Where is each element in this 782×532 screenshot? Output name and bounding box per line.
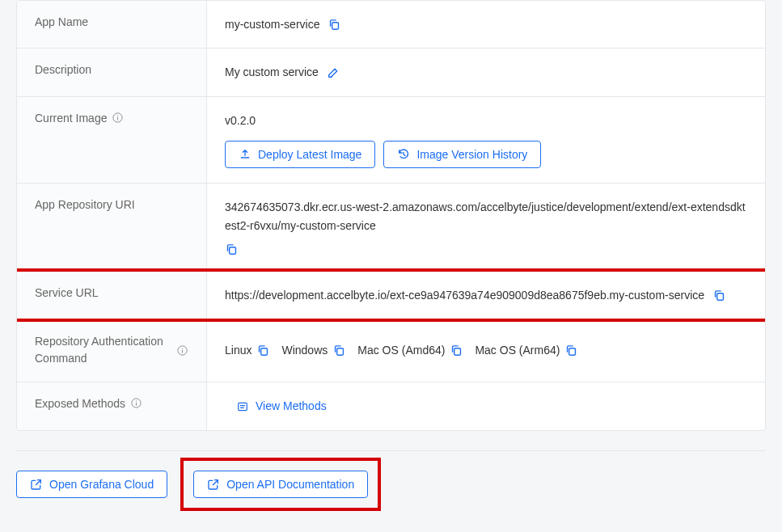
footer-actions: Open Grafana Cloud Open API Documentatio… xyxy=(16,450,766,522)
copy-icon xyxy=(450,344,463,357)
copy-mac-arm-button[interactable] xyxy=(564,344,578,357)
copy-icon xyxy=(328,18,341,32)
info-icon[interactable] xyxy=(112,112,124,124)
external-link-icon xyxy=(207,478,220,491)
row-service-url: Service URL https://development.accelbyt… xyxy=(16,268,766,322)
info-icon[interactable] xyxy=(130,397,142,409)
open-api-documentation-button[interactable]: Open API Documentation xyxy=(193,471,368,498)
row-app-repo-uri: App Repository URI 342674635073.dkr.ecr.… xyxy=(17,184,765,272)
copy-icon xyxy=(256,344,270,357)
open-grafana-cloud-button[interactable]: Open Grafana Cloud xyxy=(16,471,167,498)
label-service-url: Service URL xyxy=(17,272,207,319)
copy-app-repo-uri-button[interactable] xyxy=(225,243,239,256)
row-repo-auth-command: Repository Authentication Command Linux … xyxy=(17,319,765,382)
copy-windows-button[interactable] xyxy=(332,344,346,357)
deploy-latest-image-button[interactable]: Deploy Latest Image xyxy=(225,141,375,168)
copy-app-name-button[interactable] xyxy=(328,18,341,32)
copy-service-url-button[interactable] xyxy=(712,289,726,302)
value-description: My custom service xyxy=(225,63,319,81)
label-description: Description xyxy=(17,49,207,95)
upload-icon xyxy=(239,148,252,161)
value-app-name: my-custom-service xyxy=(225,15,319,33)
copy-icon xyxy=(564,344,578,357)
row-description: Description My custom service xyxy=(17,49,765,96)
copy-icon xyxy=(225,243,239,256)
copy-mac-amd-button[interactable] xyxy=(450,344,463,357)
edit-description-button[interactable] xyxy=(327,66,340,79)
view-methods-link[interactable]: View Methods xyxy=(236,397,327,415)
external-link-icon xyxy=(30,478,43,491)
highlight-api-docs: Open API Documentation xyxy=(180,458,381,511)
image-version-history-button[interactable]: Image Version History xyxy=(383,141,541,168)
label-repo-auth-command: Repository Authentication Command xyxy=(17,319,207,382)
os-mac-arm-label: Mac OS (Arm64) xyxy=(475,341,560,359)
label-current-image: Current Image xyxy=(17,97,207,183)
info-icon[interactable] xyxy=(176,344,188,357)
edit-icon xyxy=(327,66,340,79)
row-exposed-methods: Exposed Methods View Methods xyxy=(17,382,765,429)
value-app-repo-uri: 342674635073.dkr.ecr.us-west-2.amazonaws… xyxy=(225,198,747,234)
copy-linux-button[interactable] xyxy=(256,344,270,357)
os-linux-label: Linux xyxy=(225,341,252,359)
os-mac-amd-label: Mac OS (Amd64) xyxy=(357,341,445,359)
row-current-image: Current Image v0.2.0 Deploy Latest Image xyxy=(17,97,765,184)
history-icon xyxy=(397,148,410,161)
app-details-table: App Name my-custom-service Description M… xyxy=(16,0,766,431)
copy-icon xyxy=(712,289,726,302)
value-service-url: https://development.accelbyte.io/ext-ce9… xyxy=(225,286,704,304)
label-exposed-methods: Exposed Methods xyxy=(17,382,207,429)
label-app-name: App Name xyxy=(17,1,207,48)
value-current-image: v0.2.0 xyxy=(225,112,256,129)
list-icon xyxy=(236,400,249,413)
row-app-name: App Name my-custom-service xyxy=(17,1,765,49)
os-windows-label: Windows xyxy=(281,341,328,359)
copy-icon xyxy=(332,344,346,357)
label-app-repo-uri: App Repository URI xyxy=(17,184,207,271)
